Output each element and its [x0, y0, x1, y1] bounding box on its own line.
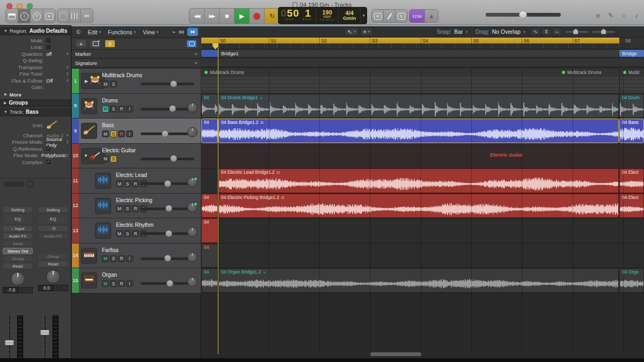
- track-name[interactable]: Electric Guitar: [102, 147, 136, 153]
- stereo-button[interactable]: ○○: [38, 225, 68, 232]
- solo-button[interactable]: S: [124, 230, 131, 237]
- param-value[interactable]: ✓: [46, 160, 71, 164]
- track-volume-slider[interactable]: [141, 108, 194, 110]
- solo-button[interactable]: S: [110, 130, 117, 137]
- catch-playhead-icon[interactable]: ✆: [75, 28, 82, 36]
- param-value[interactable]: ▲▼: [46, 65, 71, 69]
- audio-region-clip[interactable]: 04: [201, 243, 218, 268]
- menu-view[interactable]: View▾: [143, 29, 158, 35]
- audio-region-main[interactable]: 04 Electric Picking Bridge1.2Ω: [218, 194, 619, 218]
- region-more-row[interactable]: ▶More: [0, 91, 71, 98]
- marker-region-bridge1[interactable]: Bridge1: [218, 50, 619, 57]
- horizontal-scrollbar[interactable]: [370, 352, 421, 356]
- mini-volume-slider[interactable]: [4, 182, 24, 187]
- audio-region-main[interactable]: 04 Drums Bridge1∞: [218, 94, 619, 119]
- solo-button[interactable]: S: [110, 255, 117, 262]
- solo-button[interactable]: S: [110, 80, 117, 87]
- mini-pan-knob[interactable]: [26, 180, 33, 188]
- record-enable-button[interactable]: R: [118, 106, 125, 113]
- track-header-bass[interactable]: 9BassMSRI: [72, 119, 201, 144]
- audio-region-clip[interactable]: 04: [201, 119, 218, 143]
- track-name[interactable]: Organ: [102, 272, 117, 278]
- track-name[interactable]: Multitrack Drums: [102, 72, 142, 78]
- track-header-electric-picking[interactable]: 12Electric PickingMSRI: [72, 194, 201, 219]
- param-value[interactable]: [46, 45, 71, 49]
- track-volume-slider[interactable]: [141, 232, 194, 235]
- snap-menu[interactable]: Bar: [454, 28, 463, 35]
- stepper-icon[interactable]: ▲▼: [67, 65, 69, 69]
- track-icon-box[interactable]: [81, 123, 97, 139]
- Setting-button[interactable]: Setting: [38, 206, 68, 213]
- track-name[interactable]: Electric Picking: [116, 197, 152, 203]
- vertical-zoom-slider[interactable]: [566, 31, 588, 33]
- audio-region-clip[interactable]: 04: [201, 194, 218, 218]
- track-pan-knob[interactable]: [187, 227, 197, 237]
- track-volume-slider[interactable]: [141, 182, 194, 185]
- input-monitor-button[interactable]: I: [126, 280, 133, 287]
- track-header-drums[interactable]: 8DrumsMSRI: [72, 94, 201, 119]
- stepper-icon[interactable]: ▲▼: [67, 153, 69, 157]
- pan-knob[interactable]: [46, 270, 60, 284]
- track-header-farfisa[interactable]: 14FarfisaMSRI: [72, 243, 201, 269]
- rewind-button[interactable]: ◀◀: [189, 9, 204, 24]
- replace-button[interactable]: ✕: [372, 10, 384, 23]
- record-enable-button[interactable]: R: [118, 130, 125, 137]
- track-icon-box[interactable]: [81, 272, 97, 289]
- input-monitor-button[interactable]: I: [126, 130, 133, 137]
- checkbox[interactable]: [46, 38, 50, 42]
- param-value[interactable]: ✓: [46, 146, 71, 151]
- play-button[interactable]: ▶: [235, 9, 250, 24]
- track-header-config-button[interactable]: [186, 40, 197, 48]
- track-name[interactable]: Bass: [102, 122, 114, 128]
- cycle-button[interactable]: ↻: [265, 9, 280, 24]
- track-volume-thumb[interactable]: [169, 105, 176, 112]
- list-editors-button[interactable]: ≡: [591, 9, 604, 23]
- stepper-icon[interactable]: ▲▼: [67, 79, 69, 83]
- Send-button[interactable]: Send: [3, 240, 33, 247]
- solo-button[interactable]: S: [124, 180, 131, 187]
- browsers-button[interactable]: ♪: [630, 9, 643, 23]
- track-pan-knob[interactable]: [187, 177, 197, 187]
- track-pan-knob[interactable]: [187, 127, 197, 137]
- quick-help-button[interactable]: ?: [31, 9, 43, 23]
- input-monitor-button[interactable]: I: [126, 255, 133, 262]
- mute-button[interactable]: M: [116, 205, 123, 212]
- pan-knob[interactable]: [11, 272, 25, 286]
- track-icon-box[interactable]: [95, 223, 111, 239]
- audio-region-main[interactable]: 04 Organ Bridge1.2∞: [218, 268, 619, 293]
- stepper-icon[interactable]: ▲▼: [67, 140, 69, 144]
- record-button[interactable]: [250, 9, 265, 24]
- volume-value[interactable]: -7.0: [3, 287, 20, 293]
- track-pan-knob[interactable]: [187, 102, 197, 113]
- editors-button[interactable]: ✂: [81, 9, 93, 23]
- marker-global-lane[interactable]: Marker+: [72, 50, 201, 58]
- EQ-button[interactable]: EQ: [3, 214, 33, 224]
- track-icon-box[interactable]: [81, 248, 97, 264]
- automation-icon[interactable]: ⌁: [172, 29, 175, 35]
- stop-button[interactable]: ■: [219, 9, 235, 24]
- library-button[interactable]: [6, 9, 18, 23]
- metronome-button[interactable]: ▲: [425, 10, 438, 23]
- vertical-zoom-thumb[interactable]: [573, 29, 578, 34]
- horizontal-zoom-thumb[interactable]: [601, 29, 606, 34]
- checkbox-checked[interactable]: ✓: [46, 160, 50, 164]
- mute-button[interactable]: M: [102, 80, 109, 87]
- mute-button[interactable]: M: [116, 230, 123, 237]
- fader-thumb[interactable]: [5, 340, 14, 345]
- fader-thumb[interactable]: [40, 330, 49, 335]
- mute-button[interactable]: M: [102, 130, 109, 137]
- track-header-electric-lead[interactable]: 11Electric LeadMSRI: [72, 168, 201, 194]
- Setting-button[interactable]: Setting: [3, 206, 33, 213]
- param-value[interactable]: off▲▼: [46, 51, 71, 57]
- solo-button[interactable]: S: [110, 156, 117, 162]
- track-volume-thumb[interactable]: [166, 280, 173, 287]
- drag-menu[interactable]: No Overlap: [492, 28, 521, 35]
- horizontal-zoom-button[interactable]: ⇔: [552, 28, 561, 35]
- stepper-icon[interactable]: ▲▼: [67, 72, 69, 76]
- stack-region-label[interactable]: Multitrack Drums: [562, 70, 602, 75]
- Stereo Out-button[interactable]: Stereo Out: [3, 248, 33, 254]
- lcd-display[interactable]: 050BAR 1BEAT 190 KEEP TEMPO 4/4 Gmin ▾: [278, 7, 367, 24]
- mixer-button[interactable]: [69, 9, 81, 23]
- track-header-electric-rhythm[interactable]: 13Electric RhythmMSRI: [72, 218, 201, 243]
- solo-mode-button[interactable]: S: [396, 10, 407, 23]
